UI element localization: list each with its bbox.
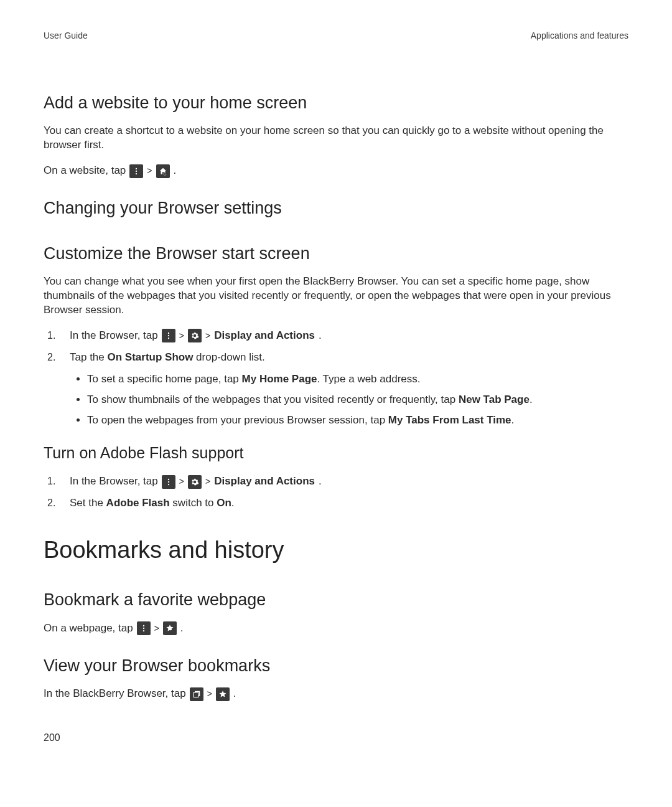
svg-point-2 — [136, 173, 137, 174]
text: . — [319, 474, 322, 489]
step-item: In the Browser, tap > > Display and Acti… — [44, 474, 628, 489]
svg-point-1 — [136, 171, 137, 172]
text: . — [233, 687, 236, 701]
svg-rect-17 — [194, 692, 198, 697]
settings-gear-icon — [188, 475, 202, 489]
list-item: To set a specific home page, tap My Home… — [87, 372, 628, 387]
text-bold: Display and Actions — [214, 329, 315, 343]
header-right: Applications and features — [531, 30, 628, 42]
text-bold: On Startup Show — [108, 351, 194, 363]
text-bold: My Tabs From Last Time — [388, 414, 511, 426]
svg-point-0 — [136, 168, 137, 169]
text-bold: New Tab Page — [459, 394, 530, 405]
svg-point-11 — [168, 484, 169, 485]
text: . — [231, 497, 235, 509]
text: To set a specific home page, tap — [87, 373, 242, 385]
text: drop-down list. — [193, 351, 264, 363]
chevron-right-separator: > — [205, 330, 210, 342]
text: Tap the — [70, 351, 108, 363]
text: In the Browser, tap — [70, 329, 158, 343]
text: switch to — [170, 497, 217, 509]
svg-point-6 — [168, 333, 169, 334]
svg-point-7 — [168, 335, 169, 336]
ordered-steps: In the Browser, tap > > Display and Acti… — [44, 329, 628, 365]
text: . — [319, 329, 322, 343]
text: . Type a web address. — [317, 373, 420, 385]
more-vert-icon — [162, 475, 175, 489]
svg-point-9 — [168, 478, 169, 479]
heading-bookmark-favorite: Bookmark a favorite webpage — [44, 588, 628, 611]
text: To open the webpages from your previous … — [87, 414, 388, 426]
text-bold: My Home Page — [242, 373, 317, 385]
text: On a webpage, tap — [44, 621, 133, 636]
svg-point-12 — [143, 625, 144, 626]
chevron-right-separator: > — [207, 688, 212, 700]
chevron-right-separator: > — [147, 165, 152, 177]
more-vert-icon — [162, 329, 175, 342]
heading-add-website: Add a website to your home screen — [44, 92, 628, 114]
settings-gear-icon — [188, 329, 202, 342]
step-item: Tap the On Startup Show drop-down list. — [44, 351, 628, 365]
page-number: 200 — [44, 731, 60, 745]
heading-view-bookmarks: View your Browser bookmarks — [44, 654, 628, 677]
chevron-right-separator: > — [179, 476, 184, 488]
text: In the Browser, tap — [70, 474, 158, 489]
text: . — [180, 621, 184, 636]
svg-point-13 — [143, 628, 144, 629]
instruction-line: In the BlackBerry Browser, tap > . — [44, 687, 628, 701]
list-item: To open the webpages from your previous … — [87, 413, 628, 428]
more-vert-icon — [137, 621, 151, 635]
bullet-list: To set a specific home page, tap My Home… — [44, 372, 628, 428]
star-add-icon — [163, 621, 177, 635]
header-left: User Guide — [44, 30, 88, 42]
text: . — [174, 164, 177, 178]
text: To show thumbnails of the webpages that … — [87, 394, 459, 405]
tabs-icon — [190, 687, 203, 701]
star-icon — [216, 687, 230, 701]
svg-point-14 — [143, 630, 144, 631]
text: . — [530, 394, 533, 405]
ordered-steps: In the Browser, tap > > Display and Acti… — [44, 474, 628, 511]
heading-adobe-flash: Turn on Adobe Flash support — [44, 443, 628, 464]
more-vert-icon — [129, 164, 143, 178]
text: . — [511, 414, 515, 426]
svg-point-10 — [168, 481, 169, 483]
text: Set the — [70, 497, 106, 509]
text: On a website, tap — [44, 164, 126, 178]
chevron-right-separator: > — [154, 623, 159, 635]
text-bold: Adobe Flash — [106, 497, 170, 509]
text: In the BlackBerry Browser, tap — [44, 687, 186, 701]
step-item: In the Browser, tap > > Display and Acti… — [44, 329, 628, 343]
heading-customize-start: Customize the Browser start screen — [44, 242, 628, 265]
paragraph: You can create a shortcut to a website o… — [44, 124, 628, 153]
paragraph: You can change what you see when your fi… — [44, 275, 628, 318]
page: User Guide Applications and features Add… — [0, 0, 672, 807]
svg-point-8 — [168, 337, 169, 339]
instruction-line: On a website, tap > . — [44, 164, 628, 178]
text-bold: On — [217, 497, 231, 509]
page-header: User Guide Applications and features — [44, 30, 628, 42]
chevron-right-separator: > — [179, 330, 184, 342]
heading-bookmarks-history: Bookmarks and history — [44, 534, 628, 566]
chevron-right-separator: > — [205, 476, 210, 488]
list-item: To show thumbnails of the webpages that … — [87, 393, 628, 407]
svg-rect-16 — [171, 630, 174, 631]
instruction-line: On a webpage, tap > . — [44, 621, 628, 636]
heading-changing-settings: Changing your Browser settings — [44, 197, 628, 219]
home-add-icon — [156, 164, 170, 178]
step-item: Set the Adobe Flash switch to On. — [44, 496, 628, 511]
text-bold: Display and Actions — [214, 474, 315, 489]
